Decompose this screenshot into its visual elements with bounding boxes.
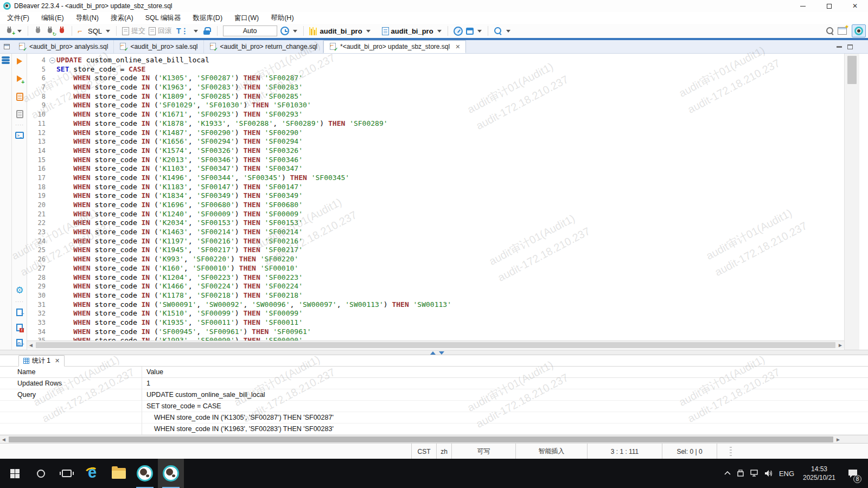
stats-row-3[interactable]: WHEN store_code IN ('K1305', 'SF00287') … bbox=[0, 412, 868, 423]
taskbar-search-button[interactable] bbox=[28, 459, 54, 488]
stats-row-1[interactable]: QueryUPDATE custom_online_sale_bill_loca… bbox=[0, 389, 868, 401]
dbeaver-perspective-button[interactable] bbox=[852, 24, 866, 37]
connection-caret[interactable] bbox=[366, 30, 371, 33]
stats-tab[interactable]: 统计 1 ✕ bbox=[18, 355, 65, 367]
transaction-caret[interactable] bbox=[194, 30, 198, 33]
editor-vscroll-thumb[interactable] bbox=[847, 56, 857, 84]
panel-hscroll-thumb[interactable] bbox=[9, 436, 833, 442]
output-console-button[interactable]: {} bbox=[12, 339, 27, 346]
panel-scroll-right-icon[interactable]: ► bbox=[834, 435, 842, 444]
editor-settings-button[interactable]: ⚙ bbox=[12, 286, 27, 295]
tray-language-button[interactable]: ENG bbox=[776, 459, 797, 488]
tray-clock-button[interactable]: 14:532025/10/21 bbox=[797, 459, 841, 488]
menu-item-5[interactable]: 数据库(D) bbox=[188, 12, 227, 24]
disconnect-all-button[interactable] bbox=[56, 24, 68, 37]
code-line: 29 WHEN store_code IN ('K1466', 'SF00224… bbox=[27, 282, 845, 291]
dbeaver-taskbar-button[interactable] bbox=[132, 459, 158, 488]
editor-side-toolbar: + ···· >_ ⚙ ···· ! {} bbox=[12, 54, 27, 350]
menu-item-1[interactable]: 编辑(E) bbox=[36, 12, 69, 24]
close-button[interactable]: ✕ bbox=[842, 0, 868, 12]
code-text: WHEN store_code IN ('K1178', 'SF00218') … bbox=[56, 291, 303, 300]
line-number: 23 bbox=[27, 228, 49, 237]
search-button[interactable] bbox=[492, 24, 504, 37]
error-log-button[interactable]: ! bbox=[12, 324, 27, 331]
dashboard-button[interactable] bbox=[452, 24, 464, 37]
panel-scroll-left-icon[interactable]: ◄ bbox=[0, 435, 8, 444]
tab-close-icon[interactable]: ✕ bbox=[455, 43, 460, 50]
menu-item-6[interactable]: 窗口(W) bbox=[229, 12, 264, 24]
editor-hscroll-thumb[interactable] bbox=[36, 342, 835, 348]
stats-row-0[interactable]: Updated Rows1 bbox=[0, 378, 868, 389]
editor-tab-1[interactable]: ⌐✓<audit_bi_pro> sale.sql bbox=[114, 40, 203, 53]
database-navigator-icon[interactable] bbox=[2, 56, 10, 65]
execute-new-tab-button[interactable]: + bbox=[12, 75, 27, 82]
menu-item-7[interactable]: 帮助(H) bbox=[266, 12, 298, 24]
stats-row-4[interactable]: WHEN store_code IN ('K1963', 'SF00283') … bbox=[0, 423, 868, 435]
transaction-history-button[interactable] bbox=[279, 24, 291, 37]
connection-selector[interactable]: audit_bi_pro bbox=[308, 24, 364, 37]
start-button[interactable] bbox=[2, 459, 28, 488]
history-caret[interactable] bbox=[293, 30, 297, 33]
sql-editor[interactable]: 4UPDATE custom_online_sale_bill_local5SE… bbox=[27, 54, 845, 350]
menu-item-4[interactable]: SQL 编辑器 bbox=[141, 12, 186, 24]
action-center-button[interactable]: 8 bbox=[841, 459, 865, 488]
commit-mode-combo[interactable]: Auto bbox=[223, 25, 277, 36]
editor-tab-3[interactable]: ⌐✓*<audit_bi_pro> update_sbz_store.sql✕ bbox=[323, 40, 466, 53]
fold-marker-icon[interactable] bbox=[49, 56, 56, 65]
new-connection-button[interactable]: + bbox=[3, 24, 15, 37]
scroll-left-icon[interactable]: ◄ bbox=[27, 341, 35, 349]
line-number: 27 bbox=[27, 264, 49, 273]
tray-expand-button[interactable] bbox=[722, 459, 733, 488]
task-view-button[interactable] bbox=[54, 459, 80, 488]
sql-editor-caret[interactable] bbox=[106, 30, 110, 33]
execute-script-button[interactable] bbox=[12, 93, 27, 101]
maximize-editor-icon[interactable] bbox=[847, 44, 853, 49]
editor-tab-0[interactable]: ⌐✓<audit_bi_pro> analysis.sql bbox=[13, 40, 114, 53]
restore-panel-button[interactable] bbox=[0, 40, 13, 53]
transaction-log-button[interactable]: T⋮ bbox=[174, 24, 192, 37]
new-connection-caret[interactable] bbox=[17, 30, 22, 33]
folder-icon bbox=[112, 468, 126, 479]
sash-collapse-up-icon[interactable] bbox=[430, 351, 436, 355]
editor-tab-2[interactable]: ⌐✓<audit_bi_pro> return_change.sql bbox=[204, 40, 323, 53]
tasks-caret[interactable] bbox=[477, 30, 482, 33]
stats-tab-close-icon[interactable]: ✕ bbox=[55, 357, 60, 364]
database-caret[interactable] bbox=[437, 30, 442, 33]
panel-hscrollbar[interactable]: ◄ ► bbox=[0, 435, 868, 443]
editor-vscrollbar[interactable] bbox=[844, 54, 859, 350]
disconnect-button[interactable] bbox=[32, 24, 44, 37]
minimize-editor-icon[interactable] bbox=[837, 46, 842, 48]
search-caret[interactable] bbox=[506, 30, 510, 33]
stats-row-2[interactable]: SET store_code = CASE bbox=[0, 401, 868, 412]
commit-button[interactable]: 提交 bbox=[120, 24, 147, 37]
internet-explorer-button[interactable]: e bbox=[80, 459, 106, 488]
menu-item-0[interactable]: 文件(F) bbox=[2, 12, 34, 24]
code-text: WHEN store_code IN ('K1240', 'SF00009') … bbox=[56, 210, 303, 219]
tray-volume-button[interactable] bbox=[762, 459, 776, 488]
tray-network-button[interactable] bbox=[748, 459, 762, 488]
lock-button[interactable] bbox=[200, 24, 213, 37]
minimize-button[interactable] bbox=[790, 0, 816, 12]
menu-item-3[interactable]: 搜索(A) bbox=[106, 12, 138, 24]
execute-statement-button[interactable] bbox=[12, 58, 27, 65]
sash-collapse-down-icon[interactable] bbox=[439, 351, 444, 355]
fold-margin bbox=[49, 110, 56, 119]
scroll-right-icon[interactable]: ► bbox=[837, 341, 844, 349]
menu-item-2[interactable]: 导航(N) bbox=[71, 12, 104, 24]
sql-editor-button[interactable]: ⌐ SQL bbox=[76, 24, 104, 37]
maximize-button[interactable] bbox=[816, 0, 842, 12]
file-explorer-button[interactable] bbox=[106, 459, 132, 488]
open-console-button[interactable]: >_ bbox=[12, 132, 27, 139]
panel-sash[interactable] bbox=[0, 350, 868, 355]
explain-plan-button[interactable] bbox=[12, 110, 27, 118]
editor-hscrollbar[interactable]: ◄ ► bbox=[27, 341, 844, 349]
quick-search-button[interactable] bbox=[824, 24, 836, 37]
export-result-button[interactable] bbox=[12, 309, 27, 316]
reconnect-button[interactable]: ↻ bbox=[44, 24, 56, 37]
open-perspective-button[interactable] bbox=[836, 24, 848, 37]
database-selector[interactable]: audit_bi_pro bbox=[380, 24, 435, 37]
dbeaver-taskbar-button-active[interactable] bbox=[158, 459, 184, 488]
tasks-button[interactable] bbox=[464, 24, 475, 37]
tray-usb-button[interactable] bbox=[733, 459, 748, 488]
rollback-button[interactable]: 回滚 bbox=[147, 24, 174, 37]
